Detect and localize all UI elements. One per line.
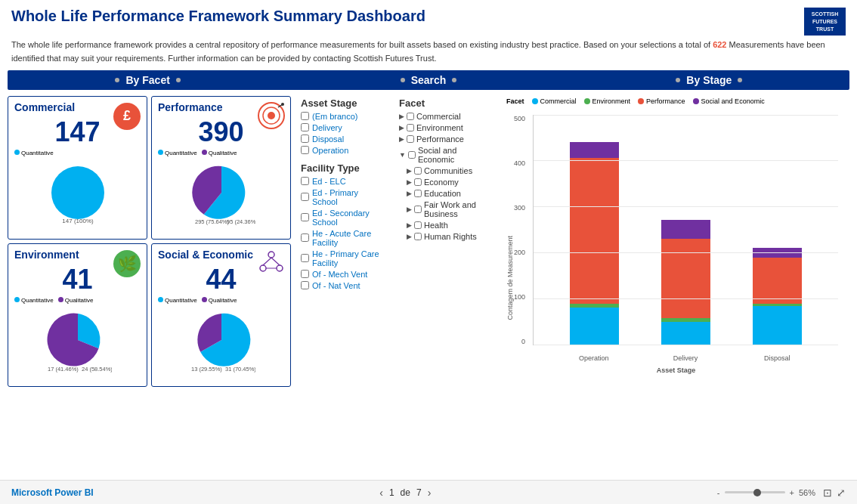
svg-line-15 bbox=[271, 258, 280, 265]
legend-environment: Environment bbox=[584, 97, 631, 105]
facet-economy[interactable]: ▶ Economy bbox=[399, 178, 490, 187]
facility-of-nat[interactable]: Of - Nat Vent bbox=[301, 281, 384, 290]
powerbi-link[interactable]: Microsoft Power BI bbox=[11, 487, 94, 498]
facet-health[interactable]: ▶ Health bbox=[399, 221, 490, 230]
facet-education[interactable]: ▶ Education bbox=[399, 189, 490, 198]
checkbox-delivery[interactable] bbox=[301, 123, 309, 131]
zoom-slider[interactable] bbox=[725, 491, 785, 493]
operation-stack bbox=[570, 142, 619, 345]
checkbox-facet-environment[interactable] bbox=[407, 124, 414, 131]
checkbox-he-acute[interactable] bbox=[301, 233, 309, 242]
checkbox-ed-primary[interactable] bbox=[301, 193, 309, 201]
checkbox-facet-humanrights[interactable] bbox=[414, 233, 422, 240]
svg-text:95 (24.36%): 95 (24.36%) bbox=[227, 218, 255, 225]
page-current: 1 bbox=[389, 487, 394, 498]
facility-he-acute[interactable]: He - Acute Care Facility bbox=[301, 229, 384, 247]
commercial-card: Commercial £ 147 Quantitative 147 (100%) bbox=[8, 96, 147, 240]
dashboard-title: Whole Life Performance Framework Summary… bbox=[11, 8, 425, 25]
social-icon bbox=[257, 249, 286, 280]
checkbox-he-primary[interactable] bbox=[301, 254, 309, 262]
facet-humanrights[interactable]: ▶ Human Rights bbox=[399, 232, 490, 241]
svg-point-12 bbox=[260, 265, 266, 271]
search-title: Search bbox=[411, 74, 447, 86]
facet-fairwork[interactable]: ▶ Fair Work and Business bbox=[399, 200, 490, 218]
svg-point-0 bbox=[51, 166, 104, 219]
facet-communities[interactable]: ▶ Communities bbox=[399, 166, 490, 175]
legend-label: Facet bbox=[506, 97, 524, 105]
checkbox-operation[interactable] bbox=[301, 146, 309, 154]
facet-social[interactable]: ▼ Social and Economic bbox=[399, 146, 490, 164]
checkbox-embranco[interactable] bbox=[301, 112, 309, 120]
checkbox-facet-social[interactable] bbox=[408, 151, 416, 159]
zoom-plus[interactable]: + bbox=[790, 488, 794, 497]
facility-ed-secondary[interactable]: Ed - Secondary School bbox=[301, 209, 384, 227]
fullscreen-icon[interactable]: ⤢ bbox=[837, 487, 846, 499]
facility-ed-elc[interactable]: Ed - ELC bbox=[301, 177, 384, 186]
asset-stage-disposal[interactable]: Disposal bbox=[301, 135, 384, 144]
next-page[interactable]: › bbox=[428, 487, 432, 499]
header: Whole Life Performance Framework Summary… bbox=[0, 0, 857, 39]
svg-text:31 (70.45%): 31 (70.45%) bbox=[225, 366, 255, 373]
facet-environment[interactable]: ▶ Environment bbox=[399, 123, 490, 132]
facet-commercial[interactable]: ▶ Commercial bbox=[399, 112, 490, 121]
facility-he-primary[interactable]: He - Primary Care Facility bbox=[301, 249, 384, 267]
checkbox-facet-education[interactable] bbox=[414, 190, 422, 197]
performance-card: Performance 390 Quantitative Qualitative bbox=[151, 96, 291, 240]
prev-page[interactable]: ‹ bbox=[379, 487, 383, 499]
legend-performance: Performance bbox=[638, 97, 685, 105]
checkbox-facet-communities[interactable] bbox=[414, 167, 422, 175]
description: The whole life performance framework pro… bbox=[0, 39, 857, 70]
checkbox-of-nat[interactable] bbox=[301, 281, 309, 289]
social-pie: 13 (29.55%) 31 (70.45%) bbox=[158, 306, 284, 374]
fit-screen-icon[interactable]: ⊡ bbox=[823, 487, 832, 499]
facet-dot bbox=[115, 78, 119, 82]
checkbox-facet-health[interactable] bbox=[414, 221, 422, 229]
x-axis-labels: Operation Delivery Disposal bbox=[533, 354, 838, 362]
checkbox-facet-commercial[interactable] bbox=[407, 113, 414, 120]
environment-icon: 🌿 bbox=[113, 250, 141, 277]
bars-container bbox=[534, 115, 838, 345]
performance-title: Performance bbox=[158, 101, 223, 113]
facility-ed-primary[interactable]: Ed - Primary School bbox=[301, 188, 384, 206]
asset-stage-embranco[interactable]: (Em branco) bbox=[301, 112, 384, 121]
svg-point-4 bbox=[268, 112, 275, 119]
asset-stage-delivery[interactable]: Delivery bbox=[301, 123, 384, 132]
bottom-bar: Microsoft Power BI ‹ 1 de 7 › - + 56% ⊡ … bbox=[0, 480, 857, 504]
asset-stage-operation[interactable]: Operation bbox=[301, 146, 384, 155]
stage-dot bbox=[676, 78, 680, 82]
checkbox-facet-fairwork[interactable] bbox=[414, 206, 422, 213]
checkbox-facet-performance[interactable] bbox=[407, 135, 414, 143]
section-headers: By Facet Search By Stage bbox=[8, 70, 849, 90]
environment-title: Environment bbox=[14, 249, 79, 261]
facet-performance[interactable]: ▶ Performance bbox=[399, 135, 490, 144]
zoom-minus[interactable]: - bbox=[717, 488, 720, 497]
checkbox-of-mech[interactable] bbox=[301, 270, 309, 278]
checkbox-ed-secondary[interactable] bbox=[301, 213, 309, 221]
svg-text:147 (100%): 147 (100%) bbox=[62, 218, 94, 224]
commercial-title: Commercial bbox=[14, 101, 75, 113]
legend-commercial: Commercial bbox=[532, 97, 577, 105]
bar-operation bbox=[570, 115, 619, 345]
delivery-stack bbox=[661, 220, 710, 344]
facility-type-title: Facility Type bbox=[301, 162, 384, 174]
checkbox-facet-economy[interactable] bbox=[414, 178, 422, 186]
bar-delivery bbox=[661, 115, 710, 345]
by-stage-title: By Stage bbox=[686, 74, 732, 86]
y-axis-title: Contagem de Measurement bbox=[506, 236, 514, 320]
chart-plot bbox=[533, 115, 838, 345]
by-facet-panel: Commercial £ 147 Quantitative 147 (100%)… bbox=[8, 94, 291, 419]
social-legend: Quantitative Qualitative bbox=[158, 297, 284, 304]
facility-of-mech[interactable]: Of - Mech Vent bbox=[301, 270, 384, 279]
asset-stage-title: Asset Stage bbox=[301, 97, 384, 109]
pagination: ‹ 1 de 7 › bbox=[379, 487, 431, 499]
x-axis-title: Asset Stage bbox=[657, 366, 696, 374]
facet-filter: Facet ▶ Commercial ▶ Environment ▶ Perfo… bbox=[399, 97, 490, 292]
facet-grid: Commercial £ 147 Quantitative 147 (100%)… bbox=[8, 96, 291, 387]
svg-line-14 bbox=[263, 258, 271, 265]
svg-text:13 (29.55%): 13 (29.55%) bbox=[191, 366, 222, 373]
checkbox-disposal[interactable] bbox=[301, 135, 309, 143]
performance-legend: Quantitative Qualitative bbox=[158, 150, 284, 156]
by-stage-panel: Facet Commercial Environment Performance… bbox=[499, 94, 849, 419]
commercial-legend: Quantitative bbox=[14, 150, 141, 156]
checkbox-ed-elc[interactable] bbox=[301, 177, 309, 185]
